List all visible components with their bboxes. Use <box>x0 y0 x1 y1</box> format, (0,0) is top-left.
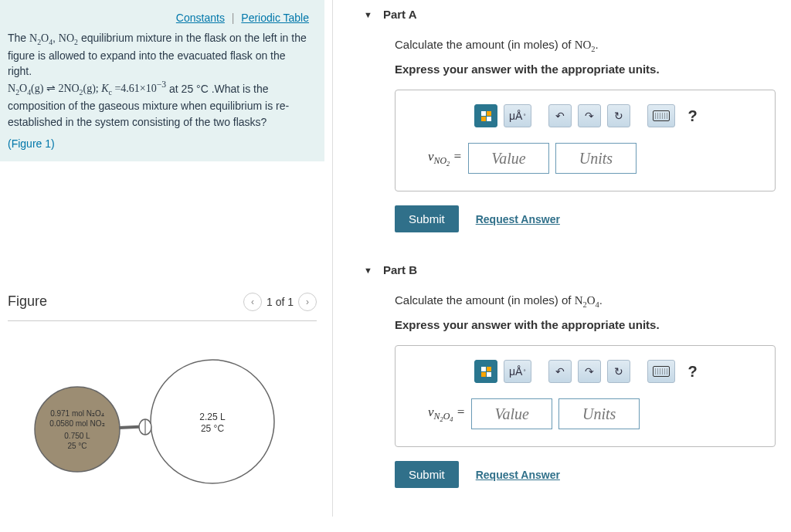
svg-point-0 <box>35 387 120 472</box>
keyboard-icon <box>653 110 670 121</box>
part-b-header[interactable]: ▼ Part B <box>364 256 776 284</box>
template-button[interactable] <box>474 360 497 383</box>
part-a-submit-button[interactable]: Submit <box>395 205 459 232</box>
redo-button[interactable]: ↷ <box>578 360 601 383</box>
keyboard-button[interactable] <box>647 360 675 383</box>
part-a-request-answer-link[interactable]: Request Answer <box>476 213 560 225</box>
part-b-variable-label: νN2O4 = <box>428 405 465 424</box>
template-button[interactable] <box>474 104 497 127</box>
part-a-answer-box: μÅ° ↶ ↷ ↻ ? νNO2 = <box>395 90 776 191</box>
figure-page-indicator: 1 of 1 <box>266 296 294 308</box>
svg-text:0.971 mol N₂O₄: 0.971 mol N₂O₄ <box>50 409 104 418</box>
problem-statement-box: Constants | Periodic Table The N2O4, NO2… <box>0 0 324 161</box>
collapse-caret-icon: ▼ <box>364 266 372 275</box>
redo-button[interactable]: ↷ <box>578 104 601 127</box>
figure-pager: ‹ 1 of 1 › <box>243 293 317 311</box>
svg-text:25 °C: 25 °C <box>201 423 224 434</box>
part-b-value-input[interactable] <box>471 398 552 429</box>
figure-next-button[interactable]: › <box>298 293 317 311</box>
constants-link[interactable]: Constants <box>176 12 225 24</box>
part-b-express: Express your answer with the appropriate… <box>395 318 776 331</box>
part-a-express: Express your answer with the appropriate… <box>395 63 776 76</box>
part-b-toolbar: μÅ° ↶ ↷ ↻ ? <box>474 360 752 383</box>
part-b-instruction: Calculate the amount (in moles) of N2O4. <box>395 293 776 309</box>
part-a-instruction: Calculate the amount (in moles) of NO2. <box>395 38 776 53</box>
reference-links: Constants | Periodic Table <box>8 12 309 24</box>
undo-button[interactable]: ↶ <box>548 360 572 383</box>
keyboard-icon <box>653 366 670 377</box>
svg-text:0.750 L: 0.750 L <box>64 432 90 440</box>
part-b-request-answer-link[interactable]: Request Answer <box>476 469 560 481</box>
figure-prev-button[interactable]: ‹ <box>243 293 262 311</box>
figure-title: Figure <box>8 293 47 310</box>
part-b-title: Part B <box>383 263 417 276</box>
part-b-answer-box: μÅ° ↶ ↷ ↻ ? νN2O4 = <box>395 345 776 447</box>
link-separator: | <box>232 12 235 24</box>
undo-button[interactable]: ↶ <box>548 104 572 127</box>
part-a-units-input[interactable] <box>555 143 637 174</box>
part-a: ▼ Part A Calculate the amount (in moles)… <box>364 0 776 232</box>
reset-button[interactable]: ↻ <box>607 104 630 127</box>
periodic-table-link[interactable]: Periodic Table <box>241 12 309 24</box>
reset-button[interactable]: ↻ <box>607 360 630 383</box>
keyboard-button[interactable] <box>647 104 675 127</box>
part-a-header[interactable]: ▼ Part A <box>364 0 776 29</box>
figure-reference-link[interactable]: (Figure 1) <box>8 137 309 150</box>
part-b: ▼ Part B Calculate the amount (in moles)… <box>364 256 776 488</box>
part-a-variable-label: νNO2 = <box>428 149 462 168</box>
svg-text:25 °C: 25 °C <box>67 442 87 450</box>
collapse-caret-icon: ▼ <box>364 10 372 19</box>
svg-text:0.0580 mol NO₂: 0.0580 mol NO₂ <box>49 419 104 428</box>
units-menu-button[interactable]: μÅ° <box>504 360 531 383</box>
part-b-units-input[interactable] <box>558 398 640 429</box>
part-a-value-input[interactable] <box>468 143 549 174</box>
svg-text:2.25 L: 2.25 L <box>199 412 226 422</box>
help-button[interactable]: ? <box>681 360 704 383</box>
problem-text: The N2O4, NO2 equilibrium mixture in the… <box>8 30 309 130</box>
part-b-submit-button[interactable]: Submit <box>395 461 459 488</box>
part-a-title: Part A <box>383 8 417 21</box>
figure-section: Figure ‹ 1 of 1 › 0.971 mol N₂O₄ 0.0580 … <box>0 293 324 517</box>
flask-diagram: 0.971 mol N₂O₄ 0.0580 mol NO₂ 0.750 L 25… <box>15 344 294 491</box>
units-menu-button[interactable]: μÅ° <box>504 104 531 127</box>
part-a-toolbar: μÅ° ↶ ↷ ↻ ? <box>474 104 752 127</box>
help-button[interactable]: ? <box>681 104 704 127</box>
